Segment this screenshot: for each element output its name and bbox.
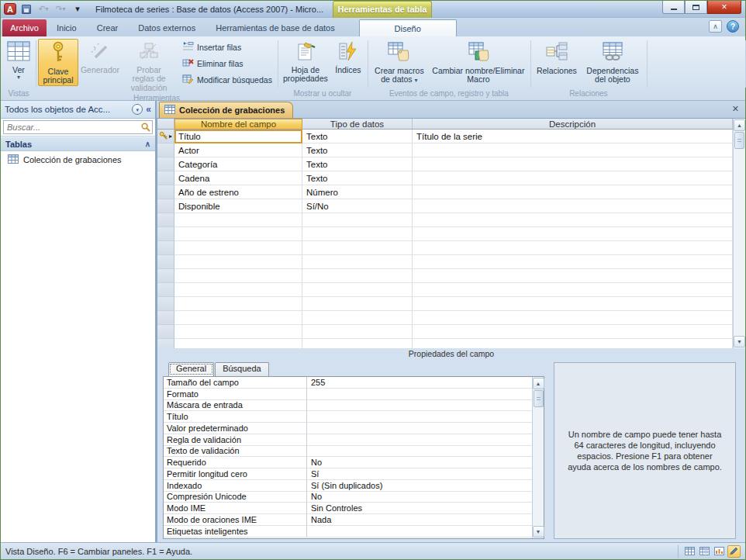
field-row[interactable]	[157, 269, 733, 283]
property-row[interactable]: Permitir longitud ceroSí	[164, 468, 532, 480]
field-type-cell[interactable]	[302, 213, 413, 227]
property-name[interactable]: Compresión Unicode	[164, 492, 307, 503]
field-description-cell[interactable]	[413, 213, 733, 227]
property-row[interactable]: Formato	[164, 389, 532, 400]
redo-button[interactable]: ↷▾	[54, 3, 67, 16]
property-value[interactable]	[307, 423, 532, 434]
search-input[interactable]	[3, 120, 153, 134]
search-icon[interactable]	[141, 123, 150, 133]
field-row[interactable]	[157, 283, 733, 297]
field-type-cell[interactable]: Texto	[302, 171, 413, 185]
property-value[interactable]: Nada	[307, 514, 532, 526]
close-document-icon[interactable]: ✕	[732, 104, 739, 114]
field-description-cell[interactable]	[413, 157, 733, 171]
field-name-cell[interactable]	[174, 269, 302, 283]
field-description-cell[interactable]	[413, 185, 733, 199]
property-row[interactable]: Etiquetas inteligentes	[164, 526, 532, 538]
field-name-cell[interactable]	[174, 283, 302, 297]
crear-macros-button[interactable]: Crear macros de datos ▾	[370, 39, 429, 85]
field-name-cell[interactable]	[174, 339, 302, 348]
row-selector[interactable]	[157, 171, 174, 185]
close-button[interactable]: ×	[707, 1, 741, 14]
field-type-cell[interactable]	[302, 227, 413, 241]
field-row[interactable]: ▸TítuloTextoTítulo de la serie	[157, 130, 733, 143]
field-description-cell[interactable]	[413, 297, 733, 311]
row-selector[interactable]	[157, 199, 174, 213]
row-selector[interactable]	[157, 157, 174, 171]
probar-reglas-button[interactable]: Probar reglas de validación	[122, 39, 176, 93]
cambiar-nombre-button[interactable]: Cambiar nombre/Eliminar Macro	[429, 39, 528, 85]
sidebar-item-coleccion[interactable]: Colección de grabaciones	[1, 151, 155, 168]
property-name[interactable]: Regla de validación	[164, 434, 307, 446]
field-row[interactable]	[157, 339, 733, 348]
field-name-cell[interactable]: Año de estreno	[174, 185, 302, 199]
property-name[interactable]: Indexado	[164, 480, 307, 492]
property-row[interactable]: Modo de oraciones IMENada	[164, 514, 532, 526]
field-type-cell[interactable]: Texto	[302, 143, 413, 157]
field-description-cell[interactable]	[413, 171, 733, 185]
field-row[interactable]: ActorTexto	[157, 143, 733, 157]
row-selector[interactable]: ▸	[157, 130, 174, 143]
scroll-down-icon[interactable]: ▼	[734, 336, 745, 347]
property-name[interactable]: Máscara de entrada	[164, 400, 307, 412]
scroll-thumb[interactable]	[734, 132, 744, 149]
row-selector[interactable]	[157, 311, 174, 325]
field-description-cell[interactable]	[413, 325, 733, 339]
property-name[interactable]: Título	[164, 411, 307, 423]
field-description-cell[interactable]: Título de la serie	[413, 130, 733, 143]
tab-diseno[interactable]: Diseño	[359, 19, 457, 36]
field-description-cell[interactable]	[413, 199, 733, 213]
field-row[interactable]: Año de estrenoNúmero	[157, 185, 733, 199]
row-selector[interactable]	[157, 241, 174, 255]
qat-customize-button[interactable]: ▾	[71, 3, 85, 16]
collapse-section-icon[interactable]: ∧	[145, 140, 150, 148]
header-tipo-de-datos[interactable]: Tipo de datos	[302, 119, 413, 129]
pivotchart-view-icon[interactable]	[713, 545, 726, 558]
field-name-cell[interactable]	[174, 241, 302, 255]
property-value[interactable]: Sin Controles	[307, 503, 532, 514]
row-selector[interactable]	[157, 185, 174, 199]
minimize-button[interactable]	[662, 1, 685, 14]
field-description-cell[interactable]	[413, 269, 733, 283]
property-row[interactable]: Compresión UnicodeNo	[164, 492, 532, 503]
property-name[interactable]: Requerido	[164, 457, 307, 468]
field-row[interactable]	[157, 255, 733, 269]
save-button[interactable]	[19, 3, 33, 16]
field-description-cell[interactable]	[413, 311, 733, 325]
row-selector[interactable]	[157, 283, 174, 297]
property-row[interactable]: Modo IMESin Controles	[164, 503, 532, 514]
eliminar-filas-button[interactable]: Eliminar filas	[179, 55, 275, 71]
field-name-cell[interactable]: Actor	[174, 143, 302, 157]
pivottable-view-icon[interactable]	[698, 545, 711, 558]
maximize-button[interactable]	[685, 1, 707, 14]
row-selector[interactable]	[157, 255, 174, 269]
field-type-cell[interactable]	[302, 255, 413, 269]
field-row[interactable]: CadenaTexto	[157, 171, 733, 185]
design-view-icon[interactable]	[727, 545, 741, 558]
field-row[interactable]	[157, 311, 733, 325]
tab-busqueda[interactable]: Búsqueda	[215, 362, 269, 376]
property-row[interactable]: IndexadoSí (Sin duplicados)	[164, 480, 532, 492]
undo-button[interactable]: ↶▾	[36, 3, 50, 16]
property-row[interactable]: Título	[164, 411, 532, 423]
property-value[interactable]	[307, 526, 532, 538]
property-value[interactable]	[307, 411, 532, 423]
row-selector[interactable]	[157, 143, 174, 157]
field-type-cell[interactable]	[302, 325, 413, 339]
property-name[interactable]: Modo IME	[164, 503, 307, 514]
datasheet-view-icon[interactable]	[683, 545, 696, 558]
tab-archivo[interactable]: Archivo	[2, 19, 47, 36]
row-selector[interactable]	[157, 269, 174, 283]
row-selector[interactable]	[157, 213, 174, 227]
field-description-cell[interactable]	[413, 241, 733, 255]
scroll-up-icon[interactable]: ▲	[734, 119, 745, 131]
field-type-cell[interactable]: Sí/No	[302, 199, 413, 213]
field-type-cell[interactable]: Texto	[302, 157, 413, 171]
property-value[interactable]	[307, 446, 532, 458]
field-name-cell[interactable]	[174, 311, 302, 325]
hoja-propiedades-button[interactable]: Hoja de propiedades	[280, 39, 331, 85]
field-type-cell[interactable]: Texto	[302, 130, 413, 143]
field-row[interactable]	[157, 325, 733, 339]
help-button[interactable]: ?	[727, 20, 739, 33]
tab-herramientas-bd[interactable]: Herramientas de base de datos	[205, 19, 344, 36]
